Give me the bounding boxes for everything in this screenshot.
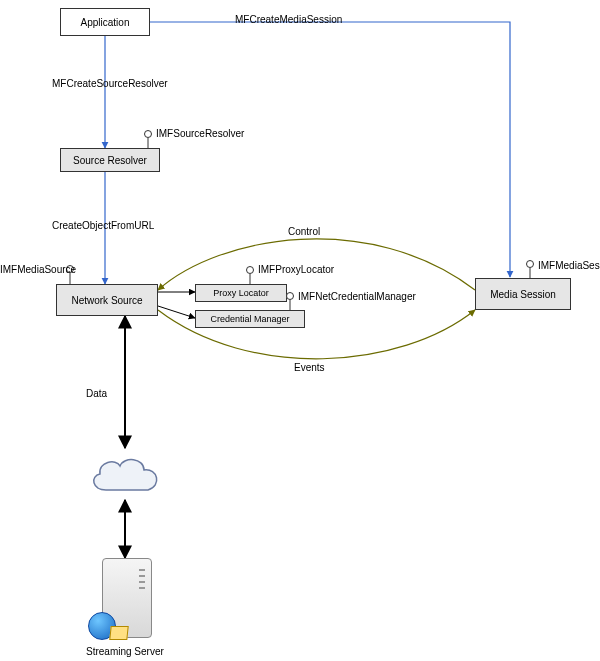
- interface-label-source-resolver: IMFSourceResolver: [156, 128, 244, 139]
- edge-label-control: Control: [288, 226, 320, 237]
- node-application: Application: [60, 8, 150, 36]
- edge-label-mf-create-source-resolver: MFCreateSourceResolver: [52, 78, 168, 89]
- interface-lollipop-source-resolver-icon: [144, 130, 152, 138]
- interface-lollipop-proxy-locator-icon: [246, 266, 254, 274]
- node-network-source: Network Source: [56, 284, 158, 316]
- node-proxy-locator: Proxy Locator: [195, 284, 287, 302]
- node-streaming-server-label: Streaming Server: [86, 646, 164, 657]
- node-source-resolver: Source Resolver: [60, 148, 160, 172]
- node-credential-manager: Credential Manager: [195, 310, 305, 328]
- edge-label-events: Events: [294, 362, 325, 373]
- node-proxy-locator-label: Proxy Locator: [213, 288, 269, 298]
- node-network-source-label: Network Source: [71, 295, 142, 306]
- node-source-resolver-label: Source Resolver: [73, 155, 147, 166]
- interface-label-proxy-locator: IMFProxyLocator: [258, 264, 334, 275]
- edge-label-mf-create-media-session: MFCreateMediaSession: [235, 14, 342, 25]
- data-packet-icon: [109, 626, 128, 640]
- node-media-session-label: Media Session: [490, 289, 556, 300]
- diagram-connectors: [0, 0, 600, 661]
- interface-label-net-credential-manager: IMFNetCredentialManager: [298, 291, 416, 302]
- interface-label-media-source: IMFMediaSource: [0, 264, 76, 275]
- interface-label-media-session: IMFMediaSession: [538, 260, 600, 271]
- node-media-session: Media Session: [475, 278, 571, 310]
- cloud-icon: [86, 450, 164, 498]
- interface-lollipop-media-session-icon: [526, 260, 534, 268]
- node-application-label: Application: [81, 17, 130, 28]
- edge-label-create-object-from-url: CreateObjectFromURL: [52, 220, 154, 231]
- interface-lollipop-net-credential-manager-icon: [286, 292, 294, 300]
- edge-label-data: Data: [86, 388, 107, 399]
- node-credential-manager-label: Credential Manager: [210, 314, 289, 324]
